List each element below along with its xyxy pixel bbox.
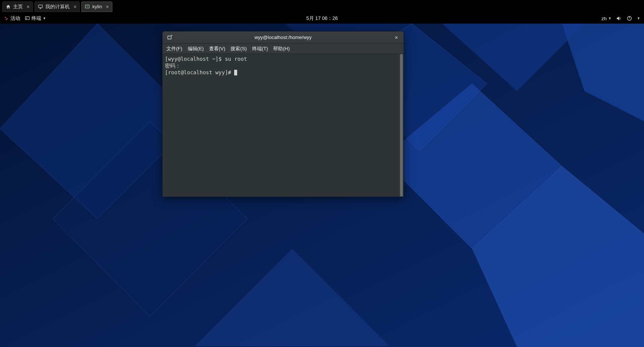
close-icon[interactable]: × [106, 4, 109, 10]
footprint-icon [4, 16, 9, 21]
menu-view[interactable]: 查看(V) [209, 45, 225, 52]
terminal-line: [root@localhost wyy]# [165, 69, 234, 75]
terminal-line: 密码： [165, 63, 181, 69]
workspace-tab-label: 主页 [13, 3, 23, 10]
scrollbar-thumb[interactable] [400, 54, 403, 197]
terminal-scrollbar[interactable] [400, 54, 403, 197]
monitor-icon [38, 4, 43, 9]
svg-rect-0 [39, 5, 43, 8]
workspace-tab-label: 我的计算机 [45, 3, 70, 10]
menu-help[interactable]: 帮助(H) [273, 45, 290, 52]
activities-button[interactable]: 活动 [4, 15, 20, 22]
workspace-tab-label: kylin [92, 4, 102, 9]
app-menu-label: 终端 [31, 15, 41, 22]
menu-search[interactable]: 搜索(S) [230, 45, 247, 52]
chevron-down-icon: ▼ [43, 17, 46, 20]
window-close-button[interactable]: × [393, 34, 400, 41]
terminal-icon [25, 16, 30, 21]
chevron-down-icon: ▼ [608, 17, 611, 20]
close-icon[interactable]: × [73, 4, 76, 10]
input-method-indicator[interactable]: zh ▼ [601, 16, 611, 21]
gnome-top-bar: 活动 终端 ▼ 5月 17 06：26 zh ▼ ▼ [0, 13, 644, 24]
menu-terminal[interactable]: 终端(T) [252, 45, 268, 52]
power-icon[interactable] [626, 15, 632, 21]
close-icon[interactable]: × [27, 4, 30, 10]
svg-point-2 [5, 17, 6, 18]
volume-icon[interactable] [616, 15, 622, 21]
workspace-tab-bar: 主页 × 我的计算机 × kylin × [0, 0, 644, 13]
workspace-tab-kylin[interactable]: kylin × [81, 2, 112, 12]
terminal-cursor [234, 70, 237, 75]
workspace-tab-home[interactable]: 主页 × [2, 2, 33, 12]
svg-rect-5 [25, 17, 30, 20]
terminal-titlebar[interactable]: wyy@localhost:/home/wyy × [163, 32, 403, 44]
terminal-menubar: 文件(F) 编辑(E) 查看(V) 搜索(S) 终端(T) 帮助(H) [163, 44, 403, 54]
terminal-body[interactable]: [wyy@localhost ~]$ su root 密码： [root@loc… [163, 54, 403, 197]
terminal-line: [wyy@localhost ~]$ su root [165, 56, 247, 62]
workspace-tab-computer[interactable]: 我的计算机 × [34, 2, 80, 12]
input-method-label: zh [601, 16, 607, 21]
menu-edit[interactable]: 编辑(E) [188, 45, 204, 52]
terminal-title: wyy@localhost:/home/wyy [254, 35, 312, 40]
home-icon [6, 4, 11, 9]
terminal-window[interactable]: wyy@localhost:/home/wyy × 文件(F) 编辑(E) 查看… [162, 31, 404, 197]
app-menu[interactable]: 终端 ▼ [25, 15, 46, 22]
svg-point-4 [6, 19, 6, 20]
svg-point-3 [6, 18, 8, 20]
menu-file[interactable]: 文件(F) [166, 45, 182, 52]
svg-rect-17 [168, 36, 171, 39]
vm-play-icon [85, 4, 90, 9]
clock-label[interactable]: 5月 17 06：26 [306, 15, 338, 21]
chevron-down-icon: ▼ [637, 17, 640, 20]
activities-label: 活动 [10, 15, 20, 22]
new-tab-icon[interactable] [166, 34, 173, 41]
